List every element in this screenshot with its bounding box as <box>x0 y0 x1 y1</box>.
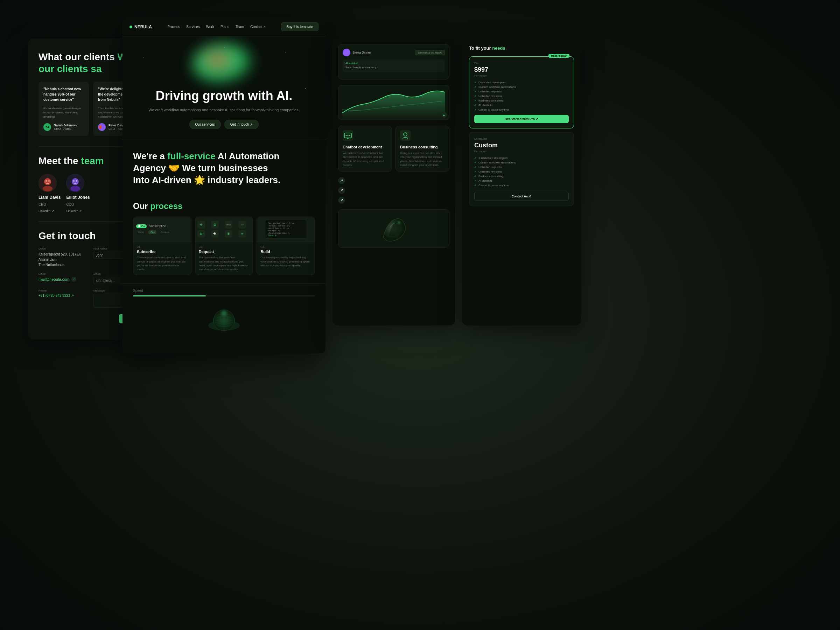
team-name-2: Elliot Jones <box>66 195 90 200</box>
feature-6: AI chatbots <box>474 104 569 107</box>
ent-feature-2: Custom workflow automations <box>474 161 569 164</box>
team-linkedin-2[interactable]: LinkedIn ↗ <box>66 209 82 213</box>
icon-code: </> <box>238 221 246 229</box>
avatar-face-2 <box>66 174 84 192</box>
svg-point-19 <box>346 135 347 136</box>
process-preview-2: ✛ ⚙ stripe </> ⊞ 💬 ✻ ⇒ <box>195 217 253 242</box>
nav-services[interactable]: Services <box>186 25 199 29</box>
process-card-1: On Subscription Basic Pro Custom 01. Sub… <box>133 217 191 275</box>
svg-point-20 <box>347 135 349 136</box>
phone-field: Phone +31 (0) 20 343 9223 ↗ <box>38 289 88 309</box>
pricing-panel: To fit your needs Most Popular Pro $997 … <box>462 38 581 325</box>
nav-plans[interactable]: Plans <box>221 25 229 29</box>
icon-grid: ✛ ⚙ stripe </> ⊞ 💬 ✻ ⇒ <box>195 219 253 240</box>
office-value: Keizersgracht 520, 1017EKAmsterdamThe Ne… <box>38 252 88 267</box>
navbar-nav: Process Services Work Plans Team Contact <box>167 25 266 29</box>
enterprise-cta-button[interactable]: Contact us ↗ <box>474 192 569 201</box>
pricing-tier-enterprise: Enterprise <box>474 137 569 141</box>
team-member-1: Liam Davis CEO LinkedIn ↗ <box>38 174 60 213</box>
get-in-touch-button[interactable]: Get in touch ↗ <box>224 120 259 129</box>
process-title-2: Request <box>199 249 249 254</box>
feature-1: Dedicated developers <box>474 81 569 84</box>
star <box>285 52 286 52</box>
pricing-card-enterprise: Enterprise Custom Per month X dedicated … <box>469 132 574 206</box>
ai-message: AI assistant Sure, here is a summary... <box>343 59 445 72</box>
icon-arrow: ⇒ <box>238 230 246 238</box>
email-value: mail@nebula.com ↗ <box>38 277 88 282</box>
svg-point-6 <box>72 178 79 185</box>
chatbot-icon <box>343 130 353 141</box>
icon-gear: ⚙ <box>211 221 219 229</box>
process-desc-2: Start requesting the workflow-automation… <box>199 256 249 271</box>
right-link-2[interactable]: ↗ <box>338 187 449 194</box>
about-heading: We're a full-service AI Automation Agenc… <box>133 150 315 186</box>
email-link-icon[interactable]: ↗ <box>71 277 76 282</box>
pricing-sub-enterprise: Per month <box>474 150 569 153</box>
nav-process[interactable]: Process <box>167 25 180 29</box>
star <box>143 57 144 58</box>
speed-bar-track <box>133 295 315 297</box>
plan-custom: Custom <box>159 230 171 234</box>
hero-subtitle: We craft workflow automations and bespok… <box>133 107 315 113</box>
buy-template-button[interactable]: Buy this template <box>281 22 319 31</box>
plan-pro: Pro <box>148 230 156 234</box>
ai-user-name: Sierra Dinner <box>352 51 371 54</box>
process-title-3: Build <box>261 249 311 254</box>
ai-report-button[interactable]: Summarise this report <box>415 50 445 55</box>
pricing-sub-pro: Per month <box>474 74 569 77</box>
nav-work[interactable]: Work <box>206 25 214 29</box>
ent-feature-4: Unlimited revisions <box>474 170 569 173</box>
team-avatar-2 <box>66 174 84 192</box>
service-card-chatbot: Chatbot development We build advanced ch… <box>338 126 392 172</box>
3d-object-svg <box>376 213 411 244</box>
icon-plus: ✛ <box>197 221 205 229</box>
center-panel: NEBULA Process Services Work Plans Team … <box>123 17 325 354</box>
process-card-2-body: 02. Request Start requesting the workflo… <box>195 242 253 275</box>
nav-contact[interactable]: Contact <box>250 25 266 29</box>
hero-orb <box>193 43 256 85</box>
email-field-container: Email mail@nebula.com ↗ <box>38 272 88 284</box>
service-chatbot-title: Chatbot development <box>343 145 387 149</box>
speed-label: Speed <box>133 289 315 293</box>
pricing-cards: Most Popular Pro $997 Per month Dedicate… <box>469 56 574 206</box>
chart-area: ▶ <box>338 85 449 120</box>
feature-2: Custom workflow automations <box>474 85 569 88</box>
navbar-logo: NEBULA <box>129 25 152 29</box>
svg-point-3 <box>46 180 47 182</box>
svg-point-21 <box>349 135 351 136</box>
sub-toggle: On Subscription <box>136 224 188 228</box>
right-link-1[interactable]: ↗ <box>338 177 449 184</box>
svg-rect-22 <box>400 130 411 141</box>
avatar-face-1 <box>38 174 57 192</box>
pricing-name-pro: $997 <box>474 66 569 74</box>
svg-point-1 <box>44 178 51 185</box>
right-link-3[interactable]: ↗ <box>338 197 449 204</box>
consulting-icon <box>400 130 411 141</box>
team-linkedin-1[interactable]: LinkedIn ↗ <box>38 209 54 213</box>
services-button[interactable]: Our services <box>189 120 221 129</box>
about-section: We're a full-service AI Automation Agenc… <box>123 140 325 193</box>
chart-svg <box>338 85 449 120</box>
hero-heading: Driving growth with AI. <box>133 89 315 103</box>
nav-team[interactable]: Team <box>235 25 244 29</box>
ai-label: AI assistant <box>346 62 442 65</box>
ent-feature-6: AI chatbots <box>474 179 569 182</box>
pro-cta-button[interactable]: Get Started with Pro ↗ <box>474 115 569 123</box>
ent-feature-7: Cancel & pause anytime <box>474 184 569 187</box>
toggle-pill: On <box>136 224 147 228</box>
testimonial-1-quote: "Nebula's chatbot now handles 95% of our… <box>43 87 84 102</box>
icon-grid2: ⊞ <box>197 230 205 238</box>
icon-stripe: stripe <box>225 221 232 229</box>
testimonial-1-reviewer: SJ Sarah Johnson CEO - Acme <box>43 123 84 131</box>
svg-point-9 <box>76 180 77 182</box>
feature-5: Business consulting <box>474 99 569 102</box>
testimonial-1-body: It's an absolute game-changer for our bu… <box>43 106 84 119</box>
touch-label: Get in touch ↗ <box>230 123 253 126</box>
process-card-3: FeatureSection { from 'nebula-template';… <box>257 217 315 275</box>
process-preview-1: On Subscription Basic Pro Custom <box>133 217 191 242</box>
process-card-1-body: 01. Subscribe Choose your preferred plan… <box>133 242 191 275</box>
feature-7: Cancel & pause anytime <box>474 108 569 111</box>
phone-value: +31 (0) 20 343 9223 ↗ <box>38 294 88 297</box>
pricing-header: To fit your needs <box>469 46 574 51</box>
speed-bar-fill <box>133 295 206 297</box>
